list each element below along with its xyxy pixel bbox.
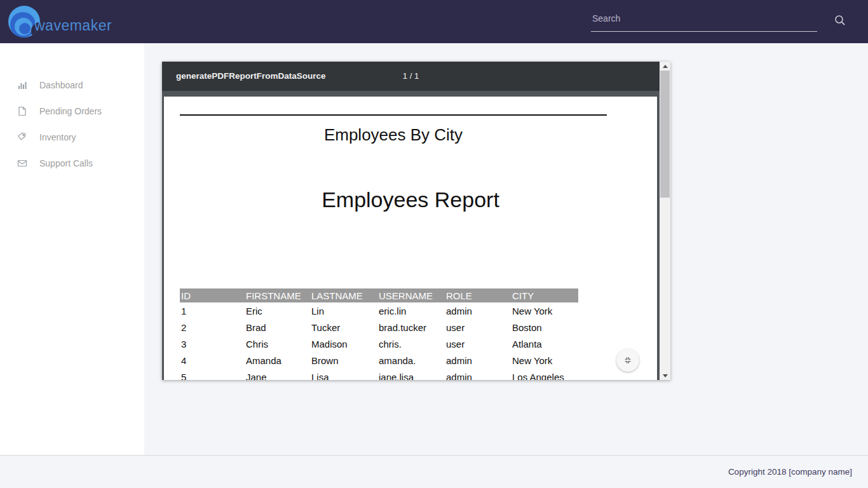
table-cell: 4 — [180, 352, 245, 369]
tag-icon — [17, 132, 27, 142]
bar-chart-icon — [17, 80, 27, 90]
sidebar-item-inventory[interactable]: Inventory — [0, 124, 144, 150]
pdf-content-area: Employees By City Employees Report IDFIR… — [162, 91, 660, 380]
left-nav-panel: Dashboard Pending Orders Inventory Suppo… — [0, 43, 144, 455]
table-cell: Boston — [511, 319, 578, 336]
pdf-toolbar: generatePDFReportFromDataSource 1 / 1 — [162, 62, 660, 91]
table-cell: 3 — [180, 336, 245, 352]
column-header: LASTNAME — [310, 288, 377, 302]
table-cell: Lin — [310, 302, 377, 319]
table-row: 5JaneLisajane.lisaadminLos Angeles — [180, 369, 578, 380]
search-input[interactable] — [591, 9, 817, 32]
scroll-down-arrow[interactable] — [660, 371, 670, 380]
table-row: 3ChrisMadisonchris.userAtlanta — [180, 336, 578, 352]
pdf-page: Employees By City Employees Report IDFIR… — [164, 97, 657, 380]
sidebar-item-label: Inventory — [39, 132, 76, 142]
sidebar-item-label: Support Calls — [39, 158, 93, 168]
report-title: Employees Report — [164, 187, 657, 212]
search-icon[interactable] — [834, 14, 846, 27]
report-header: Employees By City — [180, 97, 607, 144]
column-header: ROLE — [445, 288, 511, 302]
table-cell: Jane — [245, 369, 310, 380]
mail-icon — [17, 158, 27, 168]
viewer-scrollbar[interactable] — [660, 62, 670, 380]
table-cell: Atlanta — [511, 336, 578, 352]
wavemaker-logo[interactable]: wavemaker — [8, 5, 112, 38]
table-cell: 2 — [180, 319, 245, 336]
table-cell: chris. — [377, 336, 445, 352]
table-cell: admin — [445, 302, 511, 319]
table-cell: Eric — [245, 302, 310, 319]
page-indicator: 1 / 1 — [162, 62, 660, 91]
table-header-row: IDFIRSTNAMELASTNAMEUSERNAMEROLECITY — [180, 288, 578, 302]
table-row: 1EricLineric.linadminNew York — [180, 302, 578, 319]
table-cell: 5 — [180, 369, 245, 380]
table-cell: brad.tucker — [377, 319, 445, 336]
top-navbar: wavemaker — [0, 0, 868, 43]
copyright-text: Copyright 2018 [company name] — [728, 467, 852, 477]
sidebar-item-label: Pending Orders — [39, 106, 102, 116]
table-cell: Tucker — [310, 319, 377, 336]
table-cell: Chris — [245, 336, 310, 352]
sidebar-item-pending-orders[interactable]: Pending Orders — [0, 98, 144, 124]
table-cell: user — [445, 336, 511, 352]
column-header: CITY — [511, 288, 578, 302]
table-cell: admin — [445, 369, 511, 380]
table-cell: 1 — [180, 302, 245, 319]
compress-icon — [623, 355, 633, 365]
table-cell: eric.lin — [377, 302, 445, 319]
table-row: 2BradTuckerbrad.tuckeruserBoston — [180, 319, 578, 336]
table-cell: Brad — [245, 319, 310, 336]
table-cell: jane.lisa — [377, 369, 445, 380]
report-divider — [180, 114, 607, 116]
pdf-viewer: generatePDFReportFromDataSource 1 / 1 — [162, 62, 670, 380]
fit-to-page-button[interactable] — [616, 349, 639, 372]
column-header: USERNAME — [377, 288, 445, 302]
table-cell: Madison — [310, 336, 377, 352]
sidebar-item-label: Dashboard — [39, 80, 83, 90]
table-cell: New York — [511, 302, 578, 319]
table-cell: Los Angeles — [511, 369, 578, 380]
table-row: 4AmandaBrownamanda.adminNew York — [180, 352, 578, 369]
table-cell: Brown — [310, 352, 377, 369]
page-footer: Copyright 2018 [company name] — [0, 455, 868, 488]
table-cell: Amanda — [245, 352, 310, 369]
column-header: ID — [180, 288, 245, 302]
logo-text: wavemaker — [34, 17, 112, 34]
sidebar-item-support-calls[interactable]: Support Calls — [0, 150, 144, 176]
table-cell: Lisa — [310, 369, 377, 380]
column-header: FIRSTNAME — [245, 288, 310, 302]
document-icon — [17, 106, 27, 116]
table-cell: amanda. — [377, 352, 445, 369]
sidebar-item-dashboard[interactable]: Dashboard — [0, 72, 144, 98]
table-cell: user — [445, 319, 511, 336]
table-cell: New York — [511, 352, 578, 369]
table-cell: admin — [445, 352, 511, 369]
scrollbar-thumb[interactable] — [660, 71, 670, 198]
employees-table: IDFIRSTNAMELASTNAMEUSERNAMEROLECITY 1Eri… — [180, 288, 578, 380]
scroll-up-arrow[interactable] — [660, 62, 670, 71]
document-header-title: Employees By City — [180, 126, 607, 144]
